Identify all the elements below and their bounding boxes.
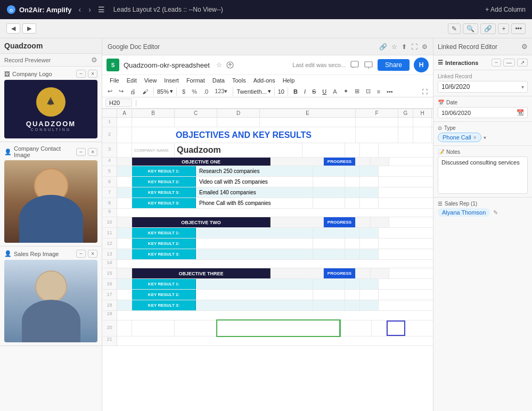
- align-btn[interactable]: ≡: [375, 87, 382, 96]
- more-btn[interactable]: •••: [384, 87, 395, 96]
- company-logo-minimize[interactable]: −: [76, 70, 86, 78]
- date-input[interactable]: 10/06/2020 📆: [438, 107, 528, 118]
- borders-btn[interactable]: ⊞: [353, 87, 362, 96]
- paintformat-btn[interactable]: 🖌: [140, 87, 150, 96]
- add-column-btn[interactable]: + Add Column: [485, 6, 526, 13]
- sheet-grid[interactable]: A B C D E F G H 1: [102, 109, 433, 411]
- obj3-kr3-label: KEY RESULT 3:: [132, 300, 196, 310]
- add-icon[interactable]: +: [498, 23, 509, 34]
- link-icon[interactable]: 🔗: [480, 23, 496, 34]
- star-icon[interactable]: ☆: [391, 43, 397, 51]
- highlight-btn[interactable]: ✦: [341, 87, 350, 96]
- col-header-c[interactable]: C: [175, 109, 217, 117]
- notes-label-text: Notes: [446, 149, 460, 155]
- menu-file[interactable]: File: [107, 76, 122, 85]
- type-badge-remove-btn[interactable]: ×: [473, 135, 477, 141]
- col-header-h[interactable]: H: [413, 109, 432, 117]
- print-btn[interactable]: 🖨: [128, 87, 138, 96]
- record-previewer-gear[interactable]: ⚙: [91, 56, 97, 64]
- table-row: 5 KEY RESULT 1: Research 250 companies: [102, 166, 433, 177]
- table-row: 4 OBJECTIVE ONE PROGRESS: [102, 158, 433, 166]
- present-icon[interactable]: [364, 60, 373, 70]
- date-value-text: 10/06/2020: [441, 110, 471, 116]
- share-button[interactable]: Share: [378, 59, 410, 71]
- company-contact-minimize[interactable]: −: [76, 148, 86, 156]
- interactions-icon: ☰: [438, 59, 443, 66]
- right-panel-gear[interactable]: ⚙: [521, 43, 528, 51]
- menu-insert[interactable]: Insert: [161, 76, 182, 85]
- notes-input[interactable]: Discussed consulting services: [438, 157, 528, 194]
- col-header-d[interactable]: D: [217, 109, 260, 117]
- type-dropdown-btn[interactable]: ▾: [484, 135, 486, 141]
- comment-icon[interactable]: [350, 60, 359, 70]
- nav-forward[interactable]: ›: [86, 4, 94, 15]
- linked-record-value[interactable]: 10/6/2020 ▾: [438, 81, 528, 93]
- col-header-e[interactable]: E: [260, 109, 356, 117]
- spreadsheet-star-icon[interactable]: ☆: [216, 61, 222, 69]
- col-header-f[interactable]: F: [356, 109, 398, 117]
- sales-rep-controls: − ×: [76, 250, 97, 258]
- percent-btn[interactable]: %: [190, 87, 199, 96]
- menu-tools[interactable]: Tools: [229, 76, 249, 85]
- sales-rep-minimize[interactable]: −: [76, 250, 86, 258]
- sales-rep-image: [4, 260, 97, 342]
- col-header-a[interactable]: A: [117, 109, 132, 117]
- nav-prev-btn[interactable]: ◀: [6, 23, 20, 34]
- company-logo-image: QUADZOOM CONSULTING: [4, 80, 97, 138]
- interactions-expand[interactable]: ↗: [517, 59, 528, 67]
- company-logo-close[interactable]: ×: [88, 70, 97, 78]
- merge-btn[interactable]: ⊡: [364, 87, 373, 96]
- font-selector[interactable]: Twentieth... ▾: [236, 88, 271, 95]
- nav-next-btn[interactable]: ▶: [22, 23, 36, 34]
- menu-help[interactable]: Help: [280, 76, 298, 85]
- spreadsheet-toolbar: S Quadzoom-okr-spreadsheet ☆ Last edit w…: [102, 55, 433, 109]
- interactions-collapse[interactable]: —: [503, 59, 515, 67]
- expand-sheet-btn[interactable]: ⛶: [420, 87, 430, 96]
- sales-rep-close[interactable]: ×: [88, 250, 97, 258]
- number-format-btn[interactable]: 123▾: [212, 87, 230, 96]
- more-icon[interactable]: •••: [511, 23, 526, 34]
- selected-cell-h[interactable]: [387, 320, 405, 336]
- date-label: 📅 Date: [438, 100, 528, 105]
- hamburger-icon[interactable]: ☰: [98, 5, 105, 14]
- table-row: 21: [102, 336, 433, 346]
- nav-back[interactable]: ‹: [76, 4, 84, 15]
- font-chevron: ▾: [268, 88, 271, 95]
- menu-format[interactable]: Format: [183, 76, 208, 85]
- menu-view[interactable]: View: [141, 76, 160, 85]
- col-header-b[interactable]: B: [132, 109, 175, 117]
- menu-data[interactable]: Data: [209, 76, 228, 85]
- obj-two-header: OBJECTIVE TWO: [132, 217, 271, 227]
- record-title: Quadzoom: [4, 42, 43, 50]
- font-size: 10: [278, 88, 284, 95]
- left-panel: Quadzoom Record Previewer ⚙ 🖼 Company Lo…: [0, 38, 102, 411]
- redo-btn[interactable]: ↪: [117, 87, 126, 96]
- currency-btn[interactable]: $: [180, 87, 187, 96]
- undo-btn[interactable]: ↩: [105, 87, 114, 96]
- zoom-control[interactable]: 85% ▾: [157, 88, 173, 95]
- interactions-minimize[interactable]: −: [492, 59, 501, 67]
- selected-cell[interactable]: [217, 320, 340, 336]
- cell-reference[interactable]: H20: [105, 98, 132, 107]
- italic-btn[interactable]: I: [302, 88, 308, 95]
- upload-icon[interactable]: ⬆: [402, 43, 407, 51]
- strikethrough-btn[interactable]: S: [310, 88, 318, 95]
- center-panel-header: Google Doc Editor 🔗 ☆ ⬆ ⛶ ⚙: [102, 38, 433, 55]
- col-header-g[interactable]: G: [398, 109, 413, 117]
- sales-rep-chip[interactable]: Alyana Thomson: [438, 208, 490, 217]
- menu-addons[interactable]: Add-ons: [250, 76, 279, 85]
- chain-icon[interactable]: 🔗: [379, 43, 387, 51]
- kr2-label: KEY RESULT 2:: [132, 177, 196, 187]
- menu-edit[interactable]: Edit: [124, 76, 140, 85]
- center-gear-icon[interactable]: ⚙: [422, 43, 428, 51]
- bold-btn[interactable]: B: [291, 88, 300, 95]
- color-btn[interactable]: A: [331, 87, 339, 96]
- sales-rep-edit-btn[interactable]: ✎: [493, 209, 498, 216]
- search-icon[interactable]: 🔍: [463, 23, 478, 34]
- expand-icon[interactable]: ⛶: [411, 43, 418, 51]
- underline-btn[interactable]: U: [320, 88, 329, 95]
- sep5: [288, 87, 288, 96]
- edit-icon[interactable]: ✎: [448, 23, 461, 34]
- decimal-btn[interactable]: .0: [201, 87, 210, 96]
- company-contact-close[interactable]: ×: [88, 148, 97, 156]
